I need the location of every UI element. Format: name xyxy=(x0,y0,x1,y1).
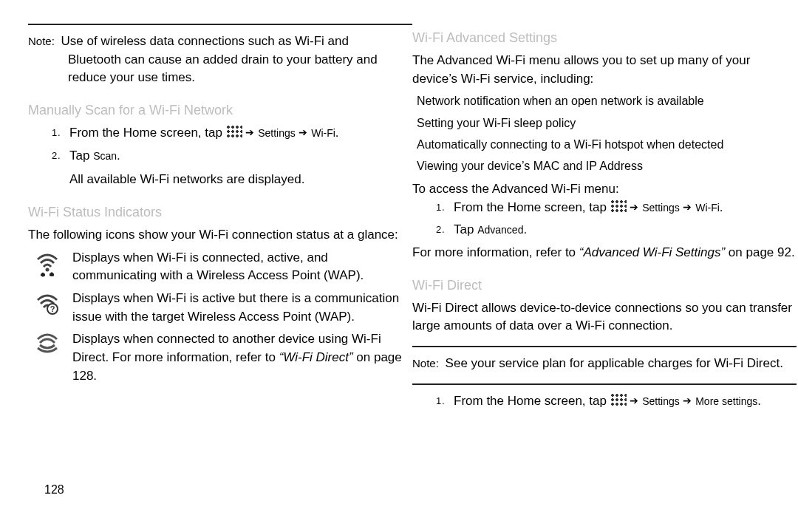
indicator-text-connected: Displays when Wi-Fi is connected, active… xyxy=(66,249,412,285)
apps-grid-icon xyxy=(610,200,627,214)
indicator-text-direct: Displays when connected to another devic… xyxy=(66,330,412,385)
steps-direct: 1. From the Home screen, tap ➔ Settings … xyxy=(412,392,797,411)
adv-step-1: 1. From the Home screen, tap ➔ Settings … xyxy=(412,199,797,217)
heading-status-indicators: Wi-Fi Status Indicators xyxy=(28,202,412,222)
heading-manual-scan: Manually Scan for a Wi-Fi Network xyxy=(28,100,412,120)
wifi-issue-icon: ? xyxy=(28,290,66,315)
step2-after: All available Wi-Fi networks are display… xyxy=(69,171,412,189)
left-column: Note: Use of wireless data connections s… xyxy=(28,24,412,385)
rule xyxy=(28,24,412,25)
arrow-icon: ➔ xyxy=(683,395,692,406)
arrow-icon: ➔ xyxy=(245,126,254,138)
direct-step-1: 1. From the Home screen, tap ➔ Settings … xyxy=(412,392,797,411)
scan-label: Scan xyxy=(93,150,117,162)
indicator-row-connected: Displays when Wi-Fi is connected, active… xyxy=(28,249,412,285)
note-text: See your service plan for applicable cha… xyxy=(446,356,783,370)
arrow-icon: ➔ xyxy=(299,126,307,138)
step-2: 2. Tap Scan. All available Wi-Fi network… xyxy=(28,147,412,189)
note-block: Note: Use of wireless data connections s… xyxy=(28,33,412,87)
note-block-direct: Note: See your service plan for applicab… xyxy=(412,355,797,373)
steps-manual-scan: 1. From the Home screen, tap ➔ Settings … xyxy=(28,124,412,189)
bullet-3: Automatically connecting to a Wi-Fi hots… xyxy=(417,136,797,153)
step-1: 1. From the Home screen, tap ➔ Settings … xyxy=(28,124,412,143)
apps-grid-icon xyxy=(226,125,242,140)
advanced-intro: The Advanced Wi-Fi menu allows you to se… xyxy=(412,52,797,88)
advanced-more-info: For more information, refer to “Advanced… xyxy=(412,244,797,262)
arrow-icon: ➔ xyxy=(630,201,638,213)
arrow-icon: ➔ xyxy=(630,395,638,406)
right-column: Wi-Fi Advanced Settings The Advanced Wi-… xyxy=(412,24,797,415)
arrow-icon: ➔ xyxy=(683,201,692,213)
svg-text:?: ? xyxy=(50,304,55,313)
bullet-4: Viewing your device’s MAC and IP Address xyxy=(417,157,797,174)
advanced-access: To access the Advanced Wi-Fi menu: xyxy=(412,180,797,199)
bullet-2: Setting your Wi-Fi sleep policy xyxy=(417,115,797,132)
svg-point-0 xyxy=(46,267,50,271)
step2-text-a: Tap xyxy=(69,149,89,163)
settings-label: Settings xyxy=(258,127,296,139)
note-text-line1: Use of wireless data connections such as… xyxy=(61,34,349,48)
advanced-bullets: Network notification when an open networ… xyxy=(417,92,797,174)
bullet-1: Network notification when an open networ… xyxy=(417,92,797,109)
apps-grid-icon xyxy=(610,393,627,408)
step1-text-a: From the Home screen, tap xyxy=(69,126,222,140)
heading-advanced: Wi-Fi Advanced Settings xyxy=(412,28,797,47)
adv-step-2: 2. Tap Advanced. xyxy=(412,221,797,239)
rule xyxy=(412,383,797,385)
heading-wifi-direct: Wi-Fi Direct xyxy=(412,276,797,295)
wifi-connected-icon xyxy=(28,249,66,277)
indicator-row-issue: ? Displays when Wi-Fi is active but ther… xyxy=(28,290,412,326)
note-text-line2: Bluetooth can cause an added drain to yo… xyxy=(68,51,412,87)
indicator-row-direct: Displays when connected to another devic… xyxy=(28,330,412,385)
rule xyxy=(412,346,797,347)
wifi-direct-text: Wi-Fi Direct allows device-to-device con… xyxy=(412,299,797,335)
steps-advanced: 1. From the Home screen, tap ➔ Settings … xyxy=(412,199,797,239)
indicator-text-issue: Displays when Wi-Fi is active but there … xyxy=(66,290,412,326)
wifi-label: Wi-Fi xyxy=(311,127,335,139)
note-label: Note: xyxy=(412,357,439,369)
status-intro: The following icons show your Wi-Fi conn… xyxy=(28,226,412,245)
wifi-direct-icon xyxy=(28,330,66,355)
page-number: 128 xyxy=(44,483,64,497)
note-label: Note: xyxy=(28,35,55,47)
manual-page: Note: Use of wireless data connections s… xyxy=(0,0,798,532)
svg-marker-2 xyxy=(50,272,54,274)
